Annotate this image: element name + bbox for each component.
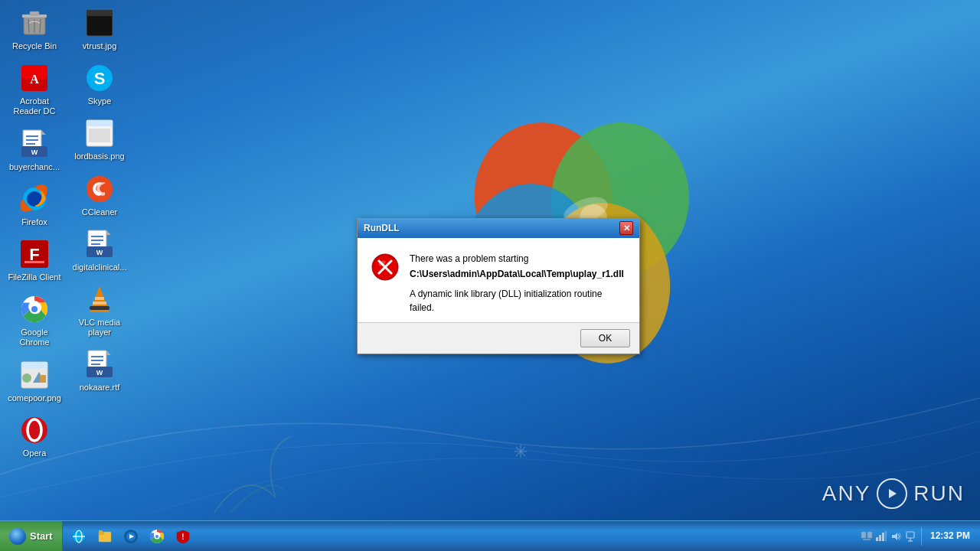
icon-opera[interactable]: Opera — [4, 411, 65, 462]
anyrun-watermark: ANY RUN — [822, 478, 965, 509]
watermark-play-icon — [877, 478, 907, 509]
icon-filezilla[interactable]: F FileZilla Client — [4, 235, 65, 286]
watermark-run-text: RUN — [913, 481, 965, 506]
nokaare-icon-img: W — [84, 349, 115, 380]
tray-separator — [921, 527, 922, 546]
rundll-dialog: RunDLL ✕ There was a problem starting C:… — [357, 218, 640, 354]
svg-rect-87 — [863, 539, 871, 540]
icon-recycle-bin[interactable]: Recycle Bin — [4, 4, 65, 55]
taskbar: Start — [0, 520, 980, 551]
acrobat-icon-img: A — [19, 63, 50, 93]
taskbar-security-button[interactable]: ! — [171, 524, 195, 549]
windows-orb — [9, 528, 26, 545]
icon-comepoor[interactable]: comepoor.png — [4, 356, 65, 407]
digitalclinical-label: digitalclinical... — [73, 262, 127, 272]
icon-ccleaner[interactable]: CCleaner — [69, 170, 130, 221]
comepoor-icon-img — [19, 360, 50, 390]
vlc-label: VLC media player — [71, 318, 128, 337]
tray-icons-group — [861, 530, 916, 543]
recycle-bin-label: Recycle Bin — [12, 41, 57, 51]
icon-firefox[interactable]: Firefox — [4, 180, 65, 231]
buyerchanc-label: buyerchanc... — [9, 162, 60, 172]
svg-rect-23 — [26, 139, 38, 141]
svg-rect-86 — [867, 532, 872, 538]
taskbar-pinned-icons: ! — [63, 524, 199, 549]
svg-text:S: S — [94, 69, 106, 88]
taskbar-explorer-button[interactable] — [93, 524, 117, 549]
icon-vtrust[interactable]: vtrust.jpg — [69, 4, 130, 55]
svg-rect-93 — [906, 532, 914, 538]
dialog-footer: OK — [358, 322, 639, 354]
taskbar-wmp-button[interactable] — [119, 524, 143, 549]
vtrust-icon-img — [84, 8, 115, 38]
svg-rect-52 — [91, 240, 103, 241]
svg-rect-43 — [87, 10, 113, 16]
svg-point-83 — [155, 535, 158, 538]
vlc-icon-img — [84, 284, 115, 315]
svg-line-9 — [516, 447, 525, 456]
svg-rect-89 — [879, 535, 881, 541]
svg-line-16 — [40, 19, 41, 33]
icon-skype[interactable]: S Skype — [69, 59, 130, 110]
dialog-close-button[interactable]: ✕ — [619, 221, 633, 235]
svg-point-34 — [31, 306, 38, 312]
svg-rect-88 — [876, 537, 878, 541]
svg-text:W: W — [96, 369, 103, 377]
svg-rect-22 — [26, 135, 38, 137]
svg-text:W: W — [96, 249, 103, 256]
opera-icon-img — [19, 415, 50, 445]
tray-volume-icon[interactable] — [890, 530, 902, 543]
svg-marker-61 — [106, 350, 111, 355]
taskbar-chrome-button[interactable] — [145, 524, 169, 549]
vtrust-label: vtrust.jpg — [83, 41, 117, 51]
svg-rect-47 — [87, 120, 113, 126]
dialog-line3: A dynamic link library (DLL) initializat… — [410, 287, 626, 315]
ccleaner-label: CCleaner — [82, 207, 117, 217]
icon-buyerchanc[interactable]: W buyerchanc... — [4, 125, 65, 176]
icon-nokaare[interactable]: W nokaare.rtf — [69, 345, 130, 396]
dialog-ok-button[interactable]: OK — [580, 329, 630, 347]
svg-rect-77 — [99, 530, 103, 533]
opera-label: Opera — [23, 448, 47, 458]
dialog-line1: There was a problem starting — [410, 252, 626, 266]
svg-rect-57 — [90, 306, 109, 310]
taskbar-ie-button[interactable] — [67, 524, 91, 549]
icon-acrobat[interactable]: A Acrobat Reader DC — [4, 59, 65, 120]
svg-line-10 — [516, 447, 525, 456]
buyerchanc-icon-img: W — [19, 129, 50, 159]
tray-action-icon[interactable] — [904, 530, 916, 543]
svg-rect-90 — [882, 533, 884, 541]
clock-display[interactable]: 12:32 PM — [926, 530, 974, 543]
svg-rect-31 — [24, 261, 44, 263]
dialog-message: There was a problem starting C:\Users\ad… — [410, 252, 626, 315]
svg-line-14 — [28, 19, 29, 33]
skype-icon-img: S — [84, 63, 115, 93]
error-icon — [371, 253, 399, 281]
start-label: Start — [30, 530, 53, 542]
watermark-any-text: ANY — [822, 481, 871, 506]
dialog-line2: C:\Users\admin\AppData\Local\Temp\uplay_… — [410, 267, 626, 281]
firefox-icon-img — [19, 184, 50, 214]
svg-rect-48 — [89, 129, 110, 142]
icon-vlc[interactable]: VLC media player — [69, 280, 130, 341]
icon-lordbasis[interactable]: lordbasis.png — [69, 114, 130, 165]
firefox-label: Firefox — [21, 217, 47, 227]
svg-marker-96 — [889, 489, 897, 498]
svg-text:!: ! — [181, 533, 184, 541]
tray-monitors-icon[interactable] — [861, 530, 873, 543]
chrome-icon-img — [19, 294, 50, 324]
dialog-title: RunDLL — [364, 223, 400, 233]
icon-chrome[interactable]: Google Chrome — [4, 290, 65, 351]
skype-label: Skype — [88, 96, 112, 106]
recycle-bin-icon-img — [19, 8, 50, 38]
start-button[interactable]: Start — [0, 521, 63, 552]
svg-point-40 — [21, 417, 47, 443]
comepoor-label: comepoor.png — [8, 393, 61, 403]
svg-rect-59 — [95, 297, 104, 300]
filezilla-label: FileZilla Client — [8, 272, 60, 282]
icon-digitalclinical[interactable]: W digitalclinical... — [69, 225, 130, 276]
svg-rect-13 — [30, 11, 39, 15]
tray-network-icon[interactable] — [875, 530, 887, 543]
svg-text:A: A — [30, 73, 39, 86]
svg-rect-85 — [861, 532, 866, 538]
